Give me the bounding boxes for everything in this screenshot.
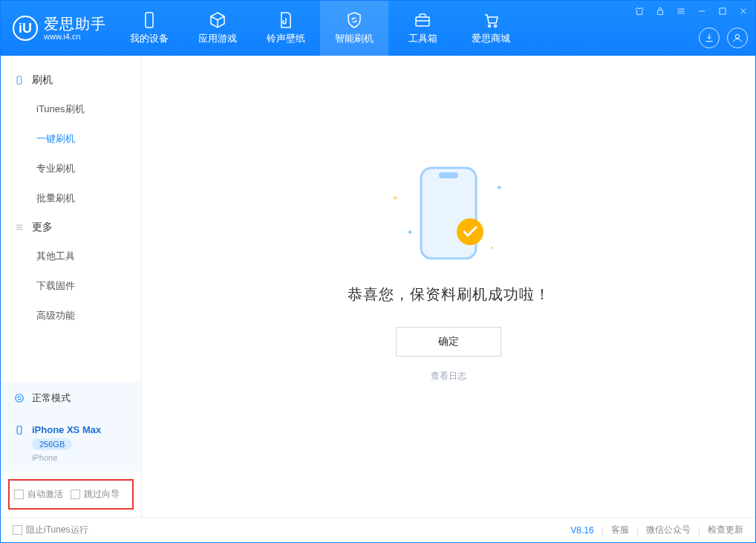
music-file-icon [277, 11, 295, 29]
tab-label: 铃声壁纸 [267, 32, 305, 45]
check-badge-icon [456, 218, 484, 246]
brand: iU 爱思助手 www.i4.cn [13, 16, 106, 41]
svg-rect-11 [439, 172, 458, 178]
close-button[interactable] [737, 5, 749, 17]
device-mode-row[interactable]: 正常模式 [1, 382, 141, 414]
sidebar: 刷机 iTunes刷机 一键刷机 专业刷机 批量刷机 更多 其他工具 下载固件 … [1, 56, 142, 517]
minimize-button[interactable] [696, 5, 708, 17]
phone-icon [140, 11, 158, 29]
check-update-link[interactable]: 检查更新 [708, 524, 743, 536]
device-capacity-badge: 256GB [32, 438, 72, 450]
sidebar-section-title: 刷机 [32, 74, 53, 87]
download-icon[interactable] [699, 27, 720, 48]
tab-ringtone-wallpaper[interactable]: 铃声壁纸 [252, 1, 320, 56]
sidebar-item-download-firmware[interactable]: 下载固件 [1, 271, 141, 301]
phone-small-icon [14, 75, 25, 85]
tab-label: 应用游戏 [198, 32, 237, 45]
wechat-link[interactable]: 微信公众号 [646, 524, 691, 536]
header-right-buttons [699, 27, 748, 48]
success-illustration: ✦ ✦ ✦ • [382, 161, 515, 265]
svg-rect-5 [720, 8, 726, 14]
skip-guide-checkbox[interactable]: 跳过向导 [71, 488, 120, 501]
shield-refresh-icon [345, 11, 363, 29]
device-mode-label: 正常模式 [32, 391, 71, 405]
device-info-row[interactable]: iPhone XS Max 256GB iPhone [1, 414, 141, 472]
ok-button[interactable]: 确定 [396, 327, 501, 357]
svg-point-3 [495, 25, 497, 27]
menu-icon[interactable] [675, 5, 687, 17]
tab-label: 工具箱 [408, 32, 437, 45]
svg-rect-7 [17, 77, 22, 85]
tab-apps-games[interactable]: 应用游戏 [183, 1, 252, 56]
maximize-button[interactable] [717, 5, 729, 17]
sidebar-item-other-tools[interactable]: 其他工具 [1, 241, 141, 271]
sidebar-item-oneclick-flash[interactable]: 一键刷机 [1, 124, 141, 154]
tab-label: 爱思商城 [472, 32, 510, 45]
cart-icon [482, 11, 500, 29]
tab-store[interactable]: 爱思商城 [457, 1, 525, 56]
sidebar-item-batch-flash[interactable]: 批量刷机 [1, 183, 141, 213]
app-window: iU 爱思助手 www.i4.cn 我的设备 应用游戏 铃声壁纸 智能刷机 [0, 0, 756, 543]
statusbar: 阻止iTunes运行 V8.16 | 客服 | 微信公众号 | 检查更新 [1, 517, 755, 542]
brand-title: 爱思助手 [44, 16, 106, 32]
body: 刷机 iTunes刷机 一键刷机 专业刷机 批量刷机 更多 其他工具 下载固件 … [1, 56, 755, 517]
tab-smart-flash[interactable]: 智能刷机 [320, 1, 388, 56]
view-log-link[interactable]: 查看日志 [431, 370, 466, 383]
checkbox-label: 跳过向导 [84, 488, 120, 501]
sidebar-item-itunes-flash[interactable]: iTunes刷机 [1, 94, 141, 124]
svg-rect-0 [146, 13, 153, 27]
brand-subtitle: www.i4.cn [44, 32, 106, 41]
tab-toolbox[interactable]: 工具箱 [388, 1, 457, 56]
success-title: 恭喜您，保资料刷机成功啦！ [348, 284, 550, 305]
version-label: V8.16 [570, 525, 593, 536]
highlighted-options-box: 自动激活 跳过向导 [8, 479, 134, 510]
phone-small-icon [14, 425, 25, 435]
svg-point-6 [735, 34, 739, 38]
svg-rect-4 [658, 10, 663, 15]
block-itunes-checkbox[interactable]: 阻止iTunes运行 [13, 524, 88, 536]
svg-rect-9 [17, 426, 22, 434]
svg-point-8 [16, 394, 24, 403]
main-tabs: 我的设备 应用游戏 铃声壁纸 智能刷机 工具箱 爱思商城 [115, 1, 525, 56]
cube-icon [209, 11, 227, 29]
checkbox-label: 阻止iTunes运行 [26, 524, 88, 536]
user-icon[interactable] [727, 27, 748, 48]
customer-service-link[interactable]: 客服 [611, 524, 629, 536]
sidebar-item-advanced[interactable]: 高级功能 [1, 301, 141, 331]
checkbox-label: 自动激活 [27, 488, 63, 501]
device-type: iPhone [32, 453, 57, 462]
svg-point-2 [489, 25, 491, 27]
sidebar-section-title: 更多 [32, 221, 53, 234]
auto-activate-checkbox[interactable]: 自动激活 [14, 488, 63, 501]
shirt-icon[interactable] [633, 5, 645, 17]
window-controls [633, 5, 749, 17]
svg-rect-1 [416, 17, 429, 26]
brand-logo-icon: iU [13, 16, 38, 41]
main-content: ✦ ✦ ✦ • 恭喜您，保资料刷机成功啦！ 确定 查看日志 [142, 56, 755, 517]
sidebar-section-flash: 刷机 [1, 66, 141, 94]
phone-outline-icon [417, 165, 480, 261]
list-icon [14, 222, 25, 233]
lock-icon[interactable] [654, 5, 666, 17]
sidebar-section-more: 更多 [1, 213, 141, 241]
refresh-icon [14, 393, 25, 403]
device-name: iPhone XS Max [32, 424, 101, 435]
tab-label: 我的设备 [130, 32, 169, 45]
toolbox-icon [414, 11, 431, 29]
sidebar-item-pro-flash[interactable]: 专业刷机 [1, 154, 141, 183]
tab-my-device[interactable]: 我的设备 [115, 1, 183, 56]
tab-label: 智能刷机 [335, 32, 374, 45]
titlebar: iU 爱思助手 www.i4.cn 我的设备 应用游戏 铃声壁纸 智能刷机 [1, 1, 755, 56]
